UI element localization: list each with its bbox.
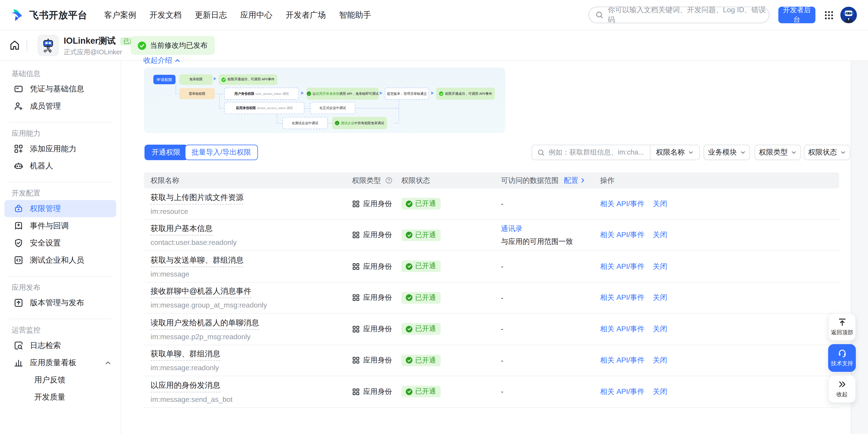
permission-search-box[interactable]: 例如：获取群组信息、im:cha... 权限名称 — [531, 145, 700, 160]
table-header: 权限名称 权限类型 权限状态 可访问的数据范围 配置 操作 — [144, 172, 839, 189]
permission-type-label: 应用身份 — [363, 355, 392, 365]
sidebar-subitem-dev-quality[interactable]: 开发质量 — [0, 388, 121, 406]
data-scope-link[interactable]: 通讯录 — [501, 225, 523, 233]
close-permission-link[interactable]: 关闭 — [653, 324, 667, 334]
check-circle-icon — [406, 357, 412, 364]
sidebar-item-add-capability[interactable]: 添加应用能力 — [0, 140, 121, 157]
related-api-link[interactable]: 相关 API/事件 — [600, 230, 645, 240]
permission-title[interactable]: 获取与发送单聊、群组消息 — [151, 255, 243, 267]
lock-icon — [14, 204, 23, 213]
related-api-link[interactable]: 相关 API/事件 — [600, 293, 645, 303]
collapse-intro-link[interactable]: 收起介绍 — [143, 55, 180, 65]
credential-card-icon — [14, 84, 23, 94]
permission-title[interactable]: 获取与上传图片或文件资源 — [151, 193, 243, 204]
close-permission-link[interactable]: 关闭 — [653, 355, 667, 365]
module-filter-dropdown[interactable]: 业务模块 — [704, 145, 750, 160]
search-placeholder: 你可以输入文档关键词、开发问题、Log ID、错误码 — [608, 5, 769, 25]
developer-console-button[interactable]: 开发者后台 — [778, 6, 815, 23]
table-row: 接收群聊中@机器人消息事件 im:message.group_at_msg:re… — [144, 282, 839, 314]
status-filter-dropdown[interactable]: 权限状态 — [804, 145, 850, 160]
home-icon[interactable] — [9, 39, 20, 51]
related-api-link[interactable]: 相关 API/事件 — [600, 387, 645, 397]
nav-item-changelog[interactable]: 更新日志 — [190, 10, 231, 20]
sidebar-item-quality-board[interactable]: 应用质量看板 — [0, 354, 121, 371]
check-circle-icon — [406, 294, 412, 301]
sidebar-subitem-user-feedback[interactable]: 用户反馈 — [0, 371, 121, 388]
status-badge: 已开通 — [401, 386, 440, 397]
type-filter-dropdown[interactable]: 权限类型 — [754, 145, 801, 160]
sidebar-item-log-search[interactable]: 日志检索 — [0, 337, 121, 354]
permission-type-label: 应用身份 — [363, 324, 392, 334]
status-badge-label: 已开通 — [415, 293, 436, 302]
question-circle-icon[interactable] — [385, 176, 393, 184]
nav-item-docs[interactable]: 开发文档 — [145, 10, 186, 20]
permission-type-label: 应用身份 — [363, 199, 392, 209]
nav-item-app-center[interactable]: 应用中心 — [236, 10, 277, 20]
open-permission-button[interactable]: 开通权限 — [145, 145, 188, 160]
close-permission-link[interactable]: 关闭 — [653, 387, 667, 397]
app-header: IOLinker测试 已启用 正式应用@IOLinker 当前修改均已发布 — [0, 31, 868, 61]
nav-item-ai-assistant[interactable]: 智能助手 — [335, 10, 375, 20]
sidebar-item-version-release[interactable]: 版本管理与发布 — [0, 294, 121, 311]
related-api-link[interactable]: 相关 API/事件 — [600, 324, 645, 334]
global-search-input[interactable]: 你可以输入文档关键词、开发问题、Log ID、错误码 — [588, 6, 770, 23]
related-api-link[interactable]: 相关 API/事件 — [600, 261, 645, 271]
back-to-top-button[interactable]: 返回顶部 — [828, 313, 856, 341]
table-row: 以应用的身份发消息 im:message:send_as_bot 应用身份 已开… — [144, 376, 839, 407]
double-chevron-right-icon — [837, 380, 847, 389]
sidebar-item-members[interactable]: 成员管理 — [0, 97, 121, 115]
flow-node-app-identity: 应用身份权限tenant_access_token 调用 — [224, 102, 305, 114]
header-data-scope: 可访问的数据范围 配置 — [501, 175, 600, 185]
nav-item-dev-square[interactable]: 开发者广场 — [281, 10, 330, 20]
sidebar-item-test-corp[interactable]: 测试企业和人员 — [0, 252, 121, 269]
code-box-icon — [14, 256, 23, 265]
sidebar-item-events[interactable]: 事件与回调 — [0, 217, 121, 234]
shield-check-icon — [14, 238, 23, 248]
flow-connector — [328, 123, 332, 123]
chevron-up-icon[interactable] — [105, 359, 111, 366]
close-permission-link[interactable]: 关闭 — [653, 199, 667, 209]
search-field-selector[interactable]: 权限名称 — [651, 147, 700, 157]
close-permission-link[interactable]: 关闭 — [653, 293, 667, 303]
apps-grid-icon[interactable] — [825, 11, 834, 20]
status-badge-label: 已开通 — [415, 262, 436, 271]
permission-title[interactable]: 读取用户发给机器人的单聊消息 — [151, 318, 259, 329]
check-circle-icon — [439, 91, 443, 96]
tech-support-button[interactable]: 技术支持 — [828, 344, 856, 372]
close-permission-link[interactable]: 关闭 — [653, 261, 667, 271]
sidebar-item-bot[interactable]: 机器人 — [0, 157, 121, 175]
sidebar-item-permissions[interactable]: 权限管理 — [4, 200, 116, 217]
flow-node-submit-version: 提交版本，管理员审核通过 — [385, 88, 429, 100]
brand[interactable]: 飞书开放平台 — [9, 7, 88, 22]
user-avatar[interactable] — [840, 6, 857, 23]
flow-node-success-1: 权限开通成功，可调用 API/事件 — [219, 74, 277, 85]
header-actions: 操作 — [600, 175, 839, 185]
close-permission-link[interactable]: 关闭 — [653, 230, 667, 240]
related-api-link[interactable]: 相关 API/事件 — [600, 199, 645, 209]
permission-title[interactable]: 以应用的身份发消息 — [151, 381, 220, 392]
flow-node-success-2: 权限开通成功，可调用 API/事件 — [436, 88, 495, 100]
permission-flow-diagram: 申请权限 免审权限 权限开通成功，可调用 API/事件 需审核权限 用户身份权限… — [144, 68, 505, 133]
batch-import-export-button[interactable]: 批量导入/导出权限 — [185, 145, 258, 160]
data-scope-value: - — [501, 387, 600, 396]
flow-node-dev-call: ‹› 以应用开发者身份调用 API，免审核即可调试 — [307, 88, 379, 100]
top-nav-menu: 客户案例 开发文档 更新日志 应用中心 开发者广场 智能助手 — [95, 10, 375, 20]
sidebar-item-security[interactable]: 安全设置 — [0, 234, 121, 252]
status-badge-label: 已开通 — [415, 356, 436, 365]
permission-title[interactable]: 接收群聊中@机器人消息事件 — [151, 287, 251, 298]
data-scope-value: - — [501, 293, 600, 302]
collapse-panel-button[interactable]: 收起 — [828, 375, 856, 403]
nav-item-cases[interactable]: 客户案例 — [100, 10, 141, 20]
search-icon — [537, 149, 545, 156]
check-circle-icon — [406, 326, 412, 332]
table-row: 获取用户基本信息 contact:user.base:readonly 应用身份… — [144, 220, 839, 251]
related-api-link[interactable]: 相关 API/事件 — [600, 355, 645, 365]
check-circle-icon — [406, 232, 412, 238]
configure-scope-link[interactable]: 配置 — [564, 175, 586, 185]
permission-type-label: 应用身份 — [363, 230, 392, 240]
permission-title[interactable]: 获取用户基本信息 — [151, 224, 213, 236]
flow-node-apply: 申请权限 — [153, 75, 176, 84]
top-navbar: 飞书开放平台 客户案例 开发文档 更新日志 应用中心 开发者广场 智能助手 你可… — [0, 0, 868, 31]
sidebar-item-credentials[interactable]: 凭证与基础信息 — [0, 80, 121, 97]
permission-title[interactable]: 获取单聊、群组消息 — [151, 349, 220, 361]
